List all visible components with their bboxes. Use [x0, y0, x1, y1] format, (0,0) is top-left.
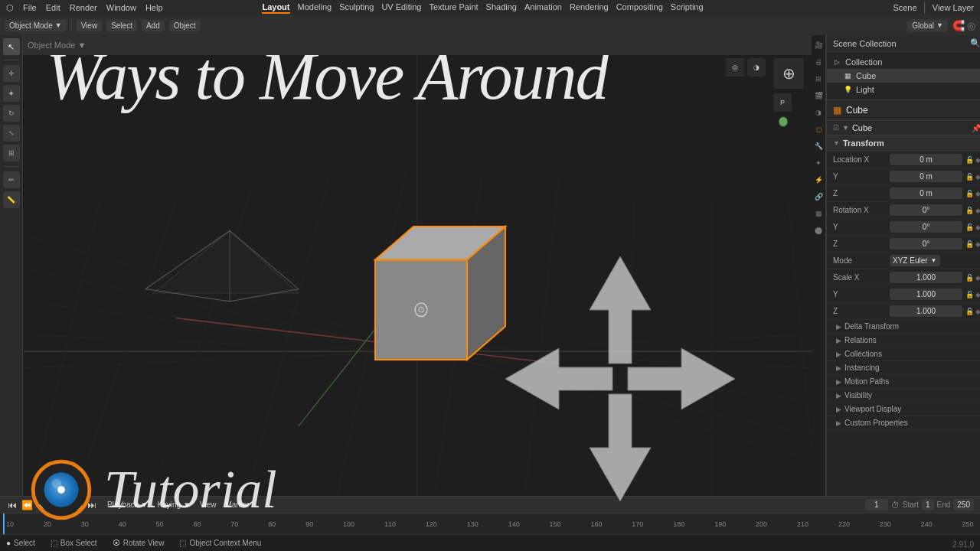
location-x-anim-icon[interactable]: ◆	[975, 156, 980, 164]
constraints-props-icon[interactable]: 🔗	[812, 190, 825, 204]
object-name[interactable]: Cube	[846, 105, 868, 116]
rotation-y-value[interactable]: 0°	[890, 221, 962, 233]
motion-paths-section[interactable]: ▶ Motion Paths	[827, 375, 980, 389]
proportional-edit-icon[interactable]: ◎	[967, 20, 975, 31]
workspace-layout[interactable]: Layout	[262, 2, 289, 14]
measure-tool-btn[interactable]: 📏	[3, 191, 20, 208]
material-props-icon[interactable]: ⬤	[812, 223, 825, 237]
global-dropdown[interactable]: Global ▼	[907, 20, 948, 31]
menu-render[interactable]: Render	[70, 3, 97, 12]
scale-x-anim-icon[interactable]: ◆	[975, 274, 980, 282]
gizmo-persp[interactable]: P	[773, 93, 792, 112]
jump-start-icon[interactable]: ⏮	[6, 500, 18, 510]
workspace-sculpting[interactable]: Sculpting	[339, 2, 374, 14]
output-props-icon[interactable]: 🖨	[812, 55, 825, 69]
viewport-overlay-icon[interactable]: ◎	[726, 58, 744, 77]
scale-y-lock-icon[interactable]: 🔓	[965, 291, 974, 298]
rotation-x-anim-icon[interactable]: ◆	[975, 207, 980, 214]
location-y-lock-icon[interactable]: 🔓	[965, 173, 974, 181]
location-z-lock-icon[interactable]: 🔓	[965, 190, 974, 197]
particles-props-icon[interactable]: ✦	[812, 156, 825, 170]
rotation-z-value[interactable]: 0°	[890, 238, 962, 249]
relations-section[interactable]: ▶ Relations	[827, 334, 980, 347]
dropdown-icon[interactable]: ▼	[842, 124, 849, 132]
location-y-anim-icon[interactable]: ◆	[975, 173, 980, 181]
select-tool-btn[interactable]: ↖	[3, 38, 20, 55]
custom-properties-section[interactable]: ▶ Custom Properties	[827, 416, 980, 430]
viewport-header-mode[interactable]: Object Mode ▼	[28, 41, 86, 50]
menu-file[interactable]: File	[23, 3, 37, 12]
workspace-shading[interactable]: Shading	[486, 2, 517, 14]
view-menu-btn[interactable]: View	[77, 20, 103, 31]
workspace-uv-editing[interactable]: UV Editing	[381, 2, 421, 14]
workspace-modeling[interactable]: Modeling	[298, 2, 332, 14]
move-tool-btn[interactable]: ✦	[3, 85, 20, 102]
cube-item[interactable]: ▦ Cube	[827, 69, 980, 83]
rotation-x-lock-icon[interactable]: 🔓	[965, 207, 974, 214]
modifier-props-icon[interactable]: 🔧	[812, 139, 825, 153]
transform-section-header[interactable]: ▼ Transform	[827, 135, 980, 152]
delta-transform-section[interactable]: ▶ Delta Transform	[827, 320, 980, 334]
location-x-lock-icon[interactable]: 🔓	[965, 156, 974, 164]
viewport[interactable]: Object Mode ▼	[23, 35, 812, 551]
rotation-z-anim-icon[interactable]: ◆	[975, 240, 980, 248]
menu-help[interactable]: Help	[145, 3, 163, 12]
scale-x-value[interactable]: 1.000	[890, 272, 962, 283]
location-x-value[interactable]: 0 m	[890, 154, 962, 165]
scale-z-anim-icon[interactable]: ◆	[975, 308, 980, 315]
scene-label[interactable]: Scene	[893, 3, 916, 12]
location-z-anim-icon[interactable]: ◆	[975, 190, 980, 197]
gizmo-orbit[interactable]: ⊕	[773, 58, 804, 89]
search-icon[interactable]: 🔍	[970, 38, 980, 48]
collections-section[interactable]: ▶ Collections	[827, 347, 980, 361]
viewport-display-section[interactable]: ▶ Viewport Display	[827, 403, 980, 416]
workspace-scripting[interactable]: Scripting	[671, 2, 704, 14]
object-subname[interactable]: Cube	[852, 123, 872, 132]
rotation-y-lock-icon[interactable]: 🔓	[965, 223, 974, 231]
rotation-z-lock-icon[interactable]: 🔓	[965, 240, 974, 248]
view-layer-props-icon[interactable]: ⊞	[812, 72, 825, 86]
visibility-section[interactable]: ▶ Visibility	[827, 389, 980, 403]
transform-tool-btn[interactable]: ⊞	[3, 145, 20, 161]
scene-props-icon[interactable]: 🎬	[812, 89, 825, 103]
start-value[interactable]: 1	[922, 499, 934, 510]
object-props-icon[interactable]: ◻	[812, 122, 825, 136]
menu-blender-icon[interactable]: ⬡	[6, 3, 14, 13]
menu-edit[interactable]: Edit	[46, 3, 60, 12]
snap-magnet-icon[interactable]: 🧲	[952, 20, 965, 31]
viewport-shading-icon[interactable]: ◑	[747, 58, 766, 77]
location-z-value[interactable]: 0 m	[890, 187, 962, 199]
view-layer-label[interactable]: View Layer	[933, 3, 974, 12]
data-props-icon[interactable]: ▦	[812, 207, 825, 220]
add-menu-btn[interactable]: Add	[142, 20, 165, 31]
rotate-tool-btn[interactable]: ↻	[3, 105, 20, 122]
current-frame-display[interactable]: 1	[865, 499, 888, 510]
end-value[interactable]: 250	[953, 499, 974, 510]
rotation-y-anim-icon[interactable]: ◆	[975, 223, 980, 231]
scale-y-anim-icon[interactable]: ◆	[975, 291, 980, 298]
light-item[interactable]: 💡 Light	[827, 83, 980, 96]
cursor-tool-btn[interactable]: ✛	[3, 65, 20, 82]
workspace-texture-paint[interactable]: Texture Paint	[429, 2, 478, 14]
select-menu-btn[interactable]: Select	[106, 20, 137, 31]
scale-x-lock-icon[interactable]: 🔓	[965, 274, 974, 282]
menu-window[interactable]: Window	[106, 3, 136, 12]
object-menu-btn[interactable]: Object	[169, 20, 201, 31]
render-props-icon[interactable]: 🎥	[812, 38, 825, 52]
scale-tool-btn[interactable]: ⤡	[3, 125, 20, 142]
pin-icon[interactable]: 📌	[972, 124, 980, 132]
scale-z-lock-icon[interactable]: 🔓	[965, 308, 974, 315]
instancing-section[interactable]: ▶ Instancing	[827, 361, 980, 375]
workspace-rendering[interactable]: Rendering	[570, 2, 609, 14]
scale-y-value[interactable]: 1.000	[890, 289, 962, 300]
location-y-value[interactable]: 0 m	[890, 171, 962, 182]
object-mode-dropdown[interactable]: Object Mode ▼	[5, 20, 67, 31]
physics-props-icon[interactable]: ⚡	[812, 173, 825, 187]
scale-z-value[interactable]: 1.000	[890, 305, 962, 317]
rotation-x-value[interactable]: 0°	[890, 204, 962, 216]
rotation-mode-dropdown[interactable]: XYZ Euler ▼	[890, 255, 940, 266]
collection-item-1[interactable]: ▷ Collection	[827, 55, 980, 69]
workspace-compositing[interactable]: Compositing	[616, 2, 663, 14]
checkbox-icon[interactable]: ☑	[833, 124, 839, 132]
workspace-animation[interactable]: Animation	[524, 2, 562, 14]
